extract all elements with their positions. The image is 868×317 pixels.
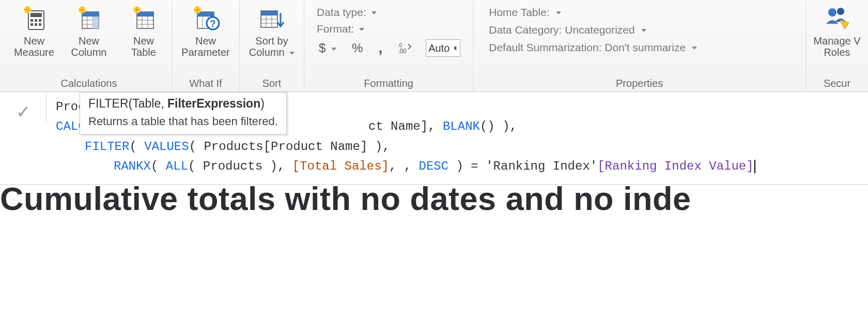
decimal-places-button[interactable]: .0.00: [396, 42, 414, 54]
new-table-button[interactable]: New Table: [121, 3, 166, 58]
svg-rect-6: [35, 23, 37, 26]
group-sort: Sort by Column Sort: [240, 0, 304, 92]
sort-by-column-label: Sort by Column: [249, 35, 295, 58]
formula-editor[interactable]: FILTER(Table, FilterExpression) Returns …: [47, 92, 868, 184]
percent-format-button[interactable]: %: [350, 41, 365, 55]
data-category-dropdown[interactable]: Data Category: Uncategorized: [489, 24, 790, 36]
svg-rect-15: [93, 17, 99, 28]
new-column-label: New Column: [71, 35, 107, 58]
new-measure-label: New Measure: [14, 35, 54, 58]
svg-rect-7: [39, 23, 41, 26]
new-parameter-button[interactable]: ? New Parameter: [177, 3, 234, 58]
svg-rect-10: [82, 12, 99, 17]
svg-rect-4: [39, 19, 41, 22]
svg-point-40: [837, 8, 844, 15]
page-headline: Cumulative totals with no dates and no i…: [0, 183, 868, 215]
svg-rect-3: [35, 19, 37, 22]
intellisense-tooltip: FILTER(Table, FilterExpression) Returns …: [80, 92, 287, 134]
svg-rect-25: [197, 12, 214, 17]
chevron-down-icon: [287, 47, 295, 58]
new-parameter-icon: ?: [191, 3, 220, 32]
group-formatting-title: Formatting: [364, 76, 413, 89]
group-formatting: Data type: Format: $ % , .0.00 Auto ▲▼ F…: [304, 0, 473, 92]
new-table-label: New Table: [131, 35, 156, 58]
home-table-dropdown[interactable]: Home Table:: [489, 6, 790, 19]
group-security: Manage V Roles Secur: [806, 0, 868, 92]
format-dropdown[interactable]: Format:: [317, 23, 364, 35]
data-type-dropdown[interactable]: Data type:: [317, 6, 377, 19]
svg-text:?: ?: [210, 19, 216, 29]
manage-roles-button[interactable]: Manage V Roles: [811, 3, 863, 58]
tooltip-signature: FILTER(Table, FilterExpression): [88, 95, 278, 113]
chevron-down-icon: [357, 23, 364, 35]
group-security-title: Secur: [824, 76, 850, 89]
currency-format-button[interactable]: $: [317, 41, 338, 55]
svg-rect-1: [30, 13, 42, 17]
svg-text:.00: .00: [398, 48, 407, 54]
group-sort-title: Sort: [262, 76, 282, 89]
ribbon: New Measure New Column: [0, 0, 868, 92]
svg-point-39: [828, 8, 836, 17]
decimal-auto-stepper[interactable]: Auto ▲▼: [426, 39, 460, 57]
new-measure-button[interactable]: New Measure: [11, 3, 57, 58]
svg-rect-18: [137, 12, 153, 17]
chevron-down-icon: [329, 41, 336, 55]
group-properties-title: Properties: [616, 76, 663, 89]
new-parameter-label: New Parameter: [181, 35, 229, 58]
default-summarization-dropdown[interactable]: Default Summarization: Don't summarize: [489, 41, 790, 54]
thousand-sep-button[interactable]: ,: [376, 40, 384, 56]
chevron-down-icon: [690, 41, 697, 54]
formula-line-4: RANKX( ALL( Products ), [Total Sales], ,…: [56, 157, 860, 176]
formula-confirm-column: ✓: [0, 92, 47, 122]
tooltip-description: Returns a table that has been filtered.: [88, 113, 278, 130]
group-calculations-title: Calculations: [61, 76, 117, 89]
sort-by-column-button[interactable]: Sort by Column: [245, 3, 299, 58]
formula-line-3: FILTER( VALUES( Products[Product Name] )…: [56, 137, 860, 157]
svg-rect-32: [261, 11, 277, 16]
chevron-down-icon: [639, 24, 646, 36]
new-table-icon: [129, 3, 158, 32]
svg-rect-5: [30, 23, 33, 26]
group-calculations: New Measure New Column: [6, 0, 172, 92]
svg-rect-2: [30, 19, 33, 22]
text-caret: [754, 160, 755, 173]
group-properties: Home Table: Data Category: Uncategorized…: [473, 0, 806, 92]
group-whatif: ? New Parameter What If: [172, 0, 240, 92]
commit-formula-button[interactable]: ✓: [16, 101, 30, 122]
chevron-down-icon: [554, 6, 561, 19]
formula-bar: ✓ FILTER(Table, FilterExpression) Return…: [0, 92, 868, 185]
decimal-auto-value: Auto: [428, 42, 450, 54]
group-whatif-title: What If: [189, 76, 222, 89]
new-column-icon: [74, 3, 103, 32]
new-column-button[interactable]: New Column: [66, 3, 112, 58]
sort-by-column-icon: [257, 3, 286, 32]
new-measure-icon: [20, 3, 49, 32]
manage-roles-label: Manage V Roles: [813, 35, 860, 58]
chevron-down-icon: [369, 6, 377, 18]
manage-roles-icon: [823, 3, 851, 32]
